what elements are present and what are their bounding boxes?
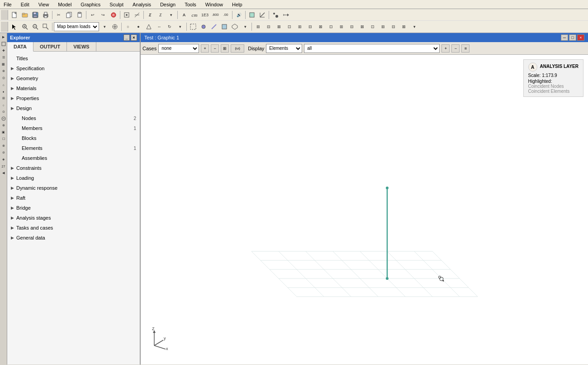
sigma-button[interactable]: Σ: [145, 10, 155, 20]
tb2-b7[interactable]: ⊠: [316, 22, 326, 32]
grid-btn[interactable]: [110, 22, 120, 32]
select-all-btn[interactable]: [188, 22, 198, 32]
cut-button[interactable]: ✂: [54, 10, 64, 20]
tree-assemblies[interactable]: Assemblies: [7, 153, 140, 163]
left-icon-11[interactable]: ○: [0, 102, 7, 108]
explorer-close-btn[interactable]: ×: [131, 34, 137, 41]
left-icon-10[interactable]: ⊞: [0, 95, 7, 101]
left-icon-1[interactable]: ▶: [0, 34, 7, 40]
tree-specification[interactable]: ▶ Specification: [7, 63, 140, 73]
cases-dropdown[interactable]: none: [158, 44, 199, 53]
tb2-b3[interactable]: ⊠: [274, 22, 284, 32]
tab-views[interactable]: VIEWS: [67, 42, 96, 51]
tree-properties[interactable]: ▶ Properties: [7, 93, 140, 103]
graphic-minimize-btn[interactable]: ─: [561, 34, 568, 41]
left-icon-20[interactable]: 27: [0, 163, 7, 169]
tb2-more-btn[interactable]: ▾: [409, 22, 419, 32]
tb2-b8[interactable]: ⊡: [326, 22, 336, 32]
zoom-out-btn[interactable]: [30, 22, 40, 32]
tree-titles[interactable]: Titles: [7, 53, 140, 63]
cases-more1-btn[interactable]: ⊞: [221, 44, 229, 53]
solid-btn[interactable]: ●: [133, 22, 143, 32]
render-btn[interactable]: [144, 22, 154, 32]
tb2-b5[interactable]: ⊞: [295, 22, 305, 32]
rotate-btn[interactable]: ↻: [165, 22, 175, 32]
font-btn[interactable]: cm: [190, 10, 199, 20]
tb2-b1[interactable]: ⊞: [253, 22, 263, 32]
num-btn[interactable]: 1E3: [200, 10, 210, 20]
select-element-btn[interactable]: [219, 22, 229, 32]
tree-elements[interactable]: Elements 1: [7, 143, 140, 153]
left-icon-7[interactable]: ◎: [0, 75, 7, 81]
tree-bridge[interactable]: ▶ Bridge: [7, 203, 140, 213]
tree-general-data[interactable]: ▶ General data: [7, 233, 140, 243]
tree-blocks[interactable]: Blocks: [7, 133, 140, 143]
select-more-btn[interactable]: ▾: [240, 22, 250, 32]
all-remove-btn[interactable]: −: [451, 44, 460, 53]
left-icon-6[interactable]: ⊕: [0, 68, 7, 74]
tree-constraints[interactable]: ▶ Constraints: [7, 163, 140, 173]
menu-help[interactable]: Help: [230, 2, 244, 7]
cases-remove-btn[interactable]: −: [211, 44, 219, 53]
tb2-b6[interactable]: ⊟: [305, 22, 315, 32]
move-btn[interactable]: ↔: [154, 22, 164, 32]
copy-button[interactable]: [64, 10, 74, 20]
rotate-more-btn[interactable]: ▾: [175, 22, 185, 32]
left-icon-15[interactable]: ▣: [0, 129, 7, 135]
all-add-btn[interactable]: +: [441, 44, 450, 53]
left-icon-12[interactable]: ⊙: [0, 109, 7, 115]
graphic-close-btn[interactable]: ×: [577, 34, 584, 41]
wireframe-btn[interactable]: ○: [123, 22, 133, 32]
tab-output[interactable]: OUTPUT: [33, 42, 67, 51]
sum-more[interactable]: ▾: [166, 10, 176, 20]
left-icon-18[interactable]: ⊘: [0, 149, 7, 156]
tree-design[interactable]: ▶ Design: [7, 103, 140, 113]
tb2-b14[interactable]: ⊟: [389, 22, 398, 32]
left-icon-3[interactable]: ✚: [0, 48, 7, 54]
menu-design[interactable]: Design: [158, 2, 177, 7]
cases-more2-btn[interactable]: (ω): [231, 44, 244, 53]
redo-button[interactable]: ↪: [98, 10, 108, 20]
tree-dynamic-response[interactable]: ▶ Dynamic response: [7, 183, 140, 193]
dec-btn[interactable]: .800: [210, 10, 220, 20]
tab-data[interactable]: DATA: [7, 42, 33, 52]
arrow-size-btn[interactable]: [281, 10, 291, 20]
tree-analysis-stages[interactable]: ▶ Analysis stages: [7, 213, 140, 223]
menu-window[interactable]: Window: [204, 2, 225, 7]
left-icon-19[interactable]: ◈: [0, 156, 7, 163]
node-size-btn[interactable]: [270, 10, 280, 20]
left-icon-21[interactable]: ◀: [0, 170, 7, 176]
units-btn[interactable]: [247, 10, 257, 20]
tree-geometry[interactable]: ▶ Geometry: [7, 73, 140, 83]
audio-btn[interactable]: 🔊: [234, 10, 244, 20]
dec2-btn[interactable]: .00: [221, 10, 231, 20]
graphic-canvas[interactable]: A ANALYSIS LAYER Scale: 1:173.9 Highligh…: [141, 55, 588, 365]
left-icon-17[interactable]: ⊗: [0, 143, 7, 149]
select-node-btn[interactable]: [199, 22, 209, 32]
tree-members[interactable]: Members 1: [7, 123, 140, 133]
left-icon-8[interactable]: ⌂: [0, 82, 7, 88]
undo-button[interactable]: ↩: [88, 10, 98, 20]
scale-btn[interactable]: [257, 10, 267, 20]
cases-add-btn[interactable]: +: [201, 44, 209, 53]
open-button[interactable]: [20, 10, 30, 20]
tree-nodes[interactable]: Nodes 2: [7, 113, 140, 123]
graphic-maximize-btn[interactable]: □: [569, 34, 576, 41]
all-dropdown[interactable]: all: [304, 44, 440, 53]
zoom-btn[interactable]: [20, 22, 30, 32]
map-more-btn[interactable]: ▾: [100, 22, 109, 32]
menu-edit[interactable]: Edit: [19, 2, 31, 7]
left-icon-16[interactable]: ☐: [0, 136, 7, 142]
paste-button[interactable]: [75, 10, 85, 20]
tb2-b10[interactable]: ⊟: [347, 22, 357, 32]
left-icon-13[interactable]: [0, 115, 7, 122]
delete-button[interactable]: ×: [109, 10, 119, 20]
menu-view[interactable]: View: [37, 2, 51, 7]
cursor-btn[interactable]: [9, 22, 19, 32]
tb2-b13[interactable]: ⊞: [378, 22, 388, 32]
snap-button[interactable]: [122, 10, 132, 20]
select-face-btn[interactable]: [230, 22, 240, 32]
menu-model[interactable]: Model: [56, 2, 73, 7]
save-button[interactable]: [30, 10, 40, 20]
tree-raft[interactable]: ▶ Raft: [7, 193, 140, 203]
